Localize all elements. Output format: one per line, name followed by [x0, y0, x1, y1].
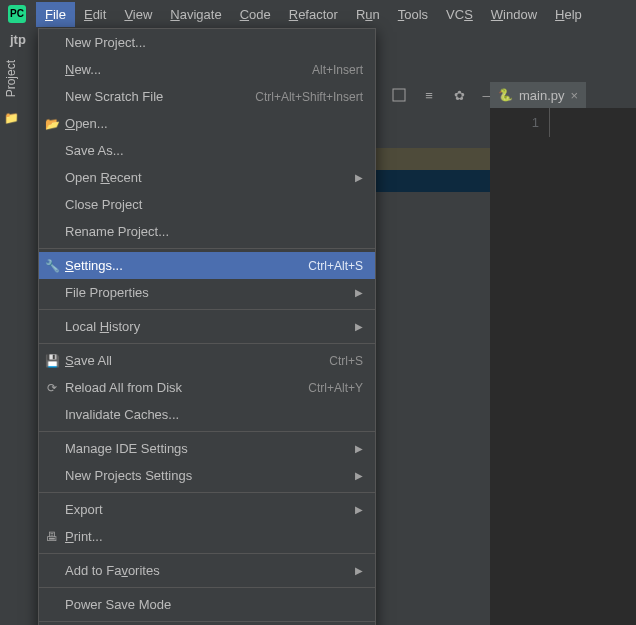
menu-item-label: New Projects Settings — [65, 468, 347, 483]
settings-icon[interactable]: ✿ — [448, 84, 470, 106]
shortcut-label: Alt+Insert — [312, 63, 363, 77]
menu-file[interactable]: File — [36, 2, 75, 27]
chevron-right-icon: ▶ — [355, 287, 363, 298]
editor-stripe — [376, 148, 490, 170]
shortcut-label: Ctrl+Alt+Shift+Insert — [255, 90, 363, 104]
shortcut-label: Ctrl+Alt+S — [308, 259, 363, 273]
menu-refactor[interactable]: Refactor — [280, 2, 347, 27]
toolbar-button[interactable]: ≡ — [418, 84, 440, 106]
menu-edit[interactable]: Edit — [75, 2, 115, 27]
menu-vcs[interactable]: VCS — [437, 2, 482, 27]
menu-item-file-properties[interactable]: File Properties▶ — [39, 279, 375, 306]
menu-item-label: Power Save Mode — [65, 597, 363, 612]
menu-separator — [39, 343, 375, 344]
project-tool-tab[interactable]: Project — [2, 52, 20, 105]
menu-item-label: Open... — [65, 116, 363, 131]
menu-separator — [39, 431, 375, 432]
menu-item-label: Manage IDE Settings — [65, 441, 347, 456]
menu-item-label: Invalidate Caches... — [65, 407, 363, 422]
file-menu-dropdown: New Project...New...Alt+InsertNew Scratc… — [38, 28, 376, 625]
python-icon: 🐍 — [498, 88, 513, 102]
editor-gutter: 1 — [490, 108, 550, 137]
menu-item-print[interactable]: 🖶Print... — [39, 523, 375, 550]
menu-item-save-as[interactable]: Save As... — [39, 137, 375, 164]
menu-item-label: Add to Favorites — [65, 563, 347, 578]
menu-item-label: Close Project — [65, 197, 363, 212]
menu-item-label: Save All — [65, 353, 329, 368]
left-sidebar: Project 📁 — [0, 52, 22, 172]
menu-separator — [39, 248, 375, 249]
menu-item-label: New Project... — [65, 35, 363, 50]
chevron-right-icon: ▶ — [355, 565, 363, 576]
menubar: PC FileEditViewNavigateCodeRefactorRunTo… — [0, 0, 636, 28]
toolbar-button[interactable] — [388, 84, 410, 106]
menu-window[interactable]: Window — [482, 2, 546, 27]
line-number: 1 — [500, 114, 539, 131]
menu-item-label: Save As... — [65, 143, 363, 158]
menu-item-local-history[interactable]: Local History▶ — [39, 313, 375, 340]
editor-stripe-selected — [376, 170, 490, 192]
menu-item-export[interactable]: Export▶ — [39, 496, 375, 523]
menu-item-new-projects-settings[interactable]: New Projects Settings▶ — [39, 462, 375, 489]
chevron-right-icon: ▶ — [355, 504, 363, 515]
menu-separator — [39, 553, 375, 554]
menu-item-new-project[interactable]: New Project... — [39, 29, 375, 56]
chevron-right-icon: ▶ — [355, 172, 363, 183]
editor-tab-main[interactable]: 🐍 main.py × — [490, 80, 586, 108]
menu-item-settings[interactable]: 🔧Settings...Ctrl+Alt+S — [39, 252, 375, 279]
menu-item-reload-all-from-disk[interactable]: ⟳Reload All from DiskCtrl+Alt+Y — [39, 374, 375, 401]
close-icon[interactable]: × — [571, 88, 579, 103]
print-icon: 🖶 — [44, 530, 60, 544]
menu-item-close-project[interactable]: Close Project — [39, 191, 375, 218]
menu-item-label: Settings... — [65, 258, 308, 273]
menu-item-open[interactable]: 📂Open... — [39, 110, 375, 137]
chevron-right-icon: ▶ — [355, 321, 363, 332]
menu-item-rename-project[interactable]: Rename Project... — [39, 218, 375, 245]
menu-item-label: Rename Project... — [65, 224, 363, 239]
menu-item-open-recent[interactable]: Open Recent▶ — [39, 164, 375, 191]
chevron-right-icon: ▶ — [355, 470, 363, 481]
menu-item-label: New Scratch File — [65, 89, 255, 104]
menu-item-label: Reload All from Disk — [65, 380, 308, 395]
menu-item-save-all[interactable]: 💾Save AllCtrl+S — [39, 347, 375, 374]
menu-item-label: New... — [65, 62, 312, 77]
wrench-icon: 🔧 — [44, 259, 60, 273]
menu-item-label: Export — [65, 502, 347, 517]
app-logo: PC — [8, 5, 26, 23]
menu-separator — [39, 621, 375, 622]
menu-run[interactable]: Run — [347, 2, 389, 27]
menu-item-power-save-mode[interactable]: Power Save Mode — [39, 591, 375, 618]
menu-item-new-scratch-file[interactable]: New Scratch FileCtrl+Alt+Shift+Insert — [39, 83, 375, 110]
menu-view[interactable]: View — [115, 2, 161, 27]
menu-help[interactable]: Help — [546, 2, 591, 27]
editor-pane — [490, 108, 636, 625]
menu-code[interactable]: Code — [231, 2, 280, 27]
menu-item-new[interactable]: New...Alt+Insert — [39, 56, 375, 83]
svg-rect-0 — [393, 89, 405, 101]
menu-item-label: File Properties — [65, 285, 347, 300]
menu-item-manage-ide-settings[interactable]: Manage IDE Settings▶ — [39, 435, 375, 462]
shortcut-label: Ctrl+Alt+Y — [308, 381, 363, 395]
reload-icon: ⟳ — [44, 381, 60, 395]
folder-icon: 📁 — [4, 111, 19, 125]
editor-toolbar: ≡ ✿ — — [388, 80, 500, 110]
menu-tools[interactable]: Tools — [389, 2, 437, 27]
menu-navigate[interactable]: Navigate — [161, 2, 230, 27]
menu-item-label: Open Recent — [65, 170, 347, 185]
menu-item-invalidate-caches[interactable]: Invalidate Caches... — [39, 401, 375, 428]
chevron-right-icon: ▶ — [355, 443, 363, 454]
editor-tab-label: main.py — [519, 88, 565, 103]
menu-separator — [39, 587, 375, 588]
save-icon: 💾 — [44, 354, 60, 368]
menu-item-label: Print... — [65, 529, 363, 544]
menu-item-label: Local History — [65, 319, 347, 334]
open-icon: 📂 — [44, 117, 60, 131]
menu-separator — [39, 492, 375, 493]
menu-item-add-to-favorites[interactable]: Add to Favorites▶ — [39, 557, 375, 584]
shortcut-label: Ctrl+S — [329, 354, 363, 368]
menu-separator — [39, 309, 375, 310]
